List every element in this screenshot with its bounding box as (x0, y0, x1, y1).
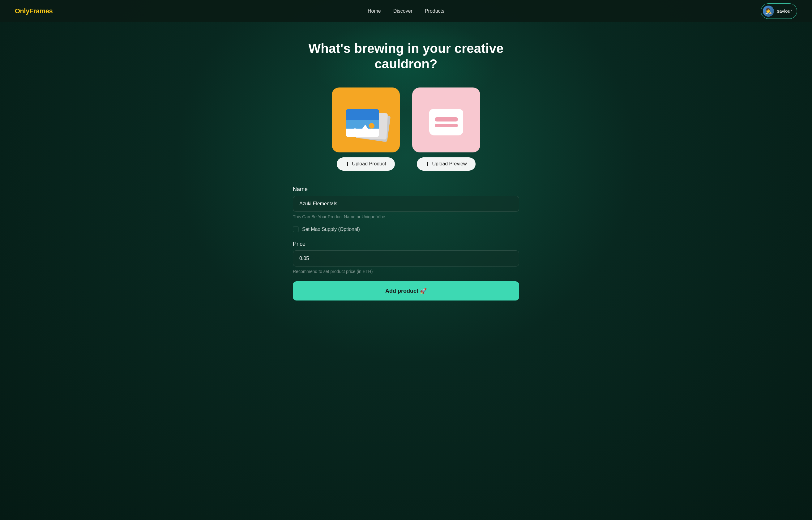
name-hint: This Can Be Your Product Name or Unique … (293, 214, 519, 219)
sun-icon (369, 123, 374, 129)
upload-preview-card: ⬆ Upload Preview (412, 87, 480, 171)
max-supply-checkbox[interactable] (293, 227, 298, 232)
folder-tab (429, 109, 463, 117)
add-product-button[interactable]: Add product 🚀 (293, 281, 519, 301)
page-title: What's brewing in your creative cauldron… (293, 41, 519, 72)
preview-icon-box (412, 87, 480, 152)
upload-preview-button[interactable]: ⬆ Upload Preview (417, 157, 475, 171)
nav-home[interactable]: Home (368, 8, 381, 14)
upload-section: ⬆ Upload Product ⬆ Upload Preview (293, 87, 519, 171)
user-profile[interactable]: 🧑‍🎨 saviour (761, 3, 797, 19)
nav-discover[interactable]: Discover (393, 8, 413, 14)
folder-stripe-1 (435, 117, 458, 122)
folder-stripe-2 (435, 124, 458, 127)
username: saviour (777, 8, 792, 14)
upload-arrow-icon: ⬆ (345, 161, 349, 167)
upload-preview-label: Upload Preview (432, 161, 467, 166)
price-hint: Recommend to set product price (in ETH) (293, 269, 519, 274)
price-input[interactable] (293, 251, 519, 266)
avatar: 🧑‍🎨 (763, 5, 774, 17)
price-label: Price (293, 241, 519, 247)
nav-products[interactable]: Products (425, 8, 444, 14)
add-product-label: Add product 🚀 (385, 287, 427, 294)
product-icon-box (332, 87, 400, 152)
main-content: What's brewing in your creative cauldron… (285, 22, 527, 325)
upload-arrow-icon-2: ⬆ (425, 161, 429, 167)
name-label: Name (293, 186, 519, 192)
folder-body (429, 109, 463, 135)
form-section: Name This Can Be Your Product Name or Un… (293, 186, 519, 301)
name-input[interactable] (293, 196, 519, 212)
upload-product-card: ⬆ Upload Product (332, 87, 400, 171)
product-images-icon (346, 100, 386, 140)
max-supply-row: Set Max Supply (Optional) (293, 227, 519, 232)
max-supply-label[interactable]: Set Max Supply (Optional) (302, 227, 360, 232)
logo: OnlyFrames (15, 7, 53, 15)
nav-links: Home Discover Products (368, 8, 444, 14)
mountain-scene (346, 120, 379, 137)
navbar: OnlyFrames Home Discover Products 🧑‍🎨 sa… (0, 0, 812, 22)
stack-front (346, 109, 379, 137)
folder-icon (429, 104, 463, 135)
upload-product-button[interactable]: ⬆ Upload Product (337, 157, 395, 171)
upload-product-label: Upload Product (352, 161, 386, 166)
